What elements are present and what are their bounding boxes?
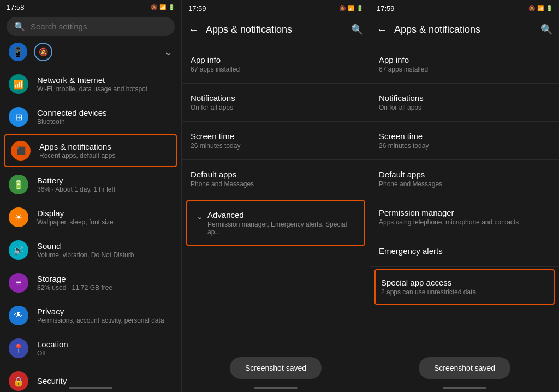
privacy-title: Privacy	[37, 307, 173, 316]
security-title: Security	[37, 376, 173, 385]
display-subtitle: Wallpaper, sleep, font size	[37, 218, 173, 226]
apps-icon: ⬛	[11, 141, 31, 161]
display-icon: ☀	[9, 207, 28, 227]
default-apps-title: Default apps	[191, 170, 361, 179]
network-title: Network & Internet	[37, 75, 173, 85]
location-subtitle: Off	[37, 349, 173, 357]
screen-time-title: Screen time	[191, 132, 361, 141]
settings-item-sound[interactable]: 🔊 Sound Volume, vibration, Do Not Distur…	[0, 234, 181, 266]
menu-notifications[interactable]: Notifications On for all apps	[182, 85, 370, 120]
advanced-title: Advanced	[207, 210, 355, 219]
settings-item-connected[interactable]: ⊞ Connected devices Bluetooth	[0, 100, 181, 133]
right-perm-sub: Apps using telephone, microphone and con…	[379, 218, 550, 226]
settings-item-storage[interactable]: ≡ Storage 82% used · 11.72 GB free	[0, 266, 181, 299]
location-title: Location	[37, 340, 173, 349]
divider-right-5	[370, 236, 559, 236]
storage-subtitle: 82% used · 11.72 GB free	[37, 284, 173, 292]
nav-indicator-right	[443, 387, 486, 389]
menu-right-emergency[interactable]: Emergency alerts	[370, 237, 559, 265]
battery-icon-mid: 🔋	[356, 5, 363, 11]
signal-icon-mid: 📶	[348, 5, 354, 11]
search-button-mid[interactable]: 🔍	[351, 23, 363, 35]
quick-icon-bell-off[interactable]: 🔕	[34, 43, 52, 61]
divider-mid-4	[182, 198, 370, 198]
privacy-subtitle: Permissions, account activity, personal …	[37, 317, 173, 324]
divider-right-3	[370, 159, 559, 160]
divider-mid-top	[182, 45, 370, 45]
menu-default-apps[interactable]: Default apps Phone and Messages	[182, 161, 370, 197]
storage-icon: ≡	[9, 273, 28, 293]
network-subtitle: Wi-Fi, mobile, data usage and hotspot	[37, 85, 173, 93]
panel-mid-title: Apps & notifications	[206, 24, 344, 35]
nav-indicator-left	[69, 387, 112, 389]
app-info-title: App info	[191, 55, 361, 64]
battery-subtitle: 36% · About 1 day, 1 hr left	[37, 186, 173, 193]
right-screen-time-sub: 26 minutes today	[379, 142, 550, 150]
menu-right-notifications[interactable]: Notifications On for all apps	[370, 85, 559, 120]
settings-item-display[interactable]: ☀ Display Wallpaper, sleep, font size	[0, 201, 181, 234]
divider-right-2	[370, 121, 559, 122]
menu-screen-time[interactable]: Screen time 26 minutes today	[182, 123, 370, 158]
status-icons-mid: 🔕 📶 🔋	[339, 5, 363, 11]
divider-mid-1	[182, 83, 370, 84]
signal-icon: 📶	[159, 4, 166, 10]
right-screen-time-title: Screen time	[379, 132, 550, 141]
right-special-title: Special app access	[381, 278, 548, 287]
back-button-mid[interactable]: ←	[188, 23, 199, 36]
menu-right-app-info[interactable]: App info 67 apps installed	[370, 46, 559, 82]
right-special-sub: 2 apps can use unrestricted data	[381, 288, 548, 296]
screenshot-saved-right[interactable]: Screenshot saved	[419, 357, 510, 379]
menu-right-screen-time[interactable]: Screen time 26 minutes today	[370, 123, 559, 158]
menu-right-default-apps[interactable]: Default apps Phone and Messages	[370, 161, 559, 197]
bell-off-icon: 🔕	[151, 4, 157, 10]
settings-item-battery[interactable]: 🔋 Battery 36% · About 1 day, 1 hr left	[0, 168, 181, 201]
signal-icon-right: 📶	[537, 5, 544, 11]
search-icon: 🔍	[14, 21, 25, 32]
location-icon: 📍	[9, 338, 28, 358]
settings-item-network[interactable]: 📶 Network & Internet Wi-Fi, mobile, data…	[0, 68, 181, 100]
sound-subtitle: Volume, vibration, Do Not Disturb	[37, 251, 173, 259]
right-emergency-title: Emergency alerts	[379, 246, 550, 256]
divider-mid-2	[182, 121, 370, 122]
divider-right-1	[370, 83, 559, 84]
advanced-sub: Permission manager, Emergency alerts, Sp…	[207, 221, 355, 236]
quick-icon-phone[interactable]: 📱	[9, 43, 27, 61]
connected-icon: ⊞	[9, 107, 28, 127]
right-notif-sub: On for all apps	[379, 104, 550, 111]
screenshot-saved-mid[interactable]: Screenshot saved	[230, 357, 322, 379]
connected-subtitle: Bluetooth	[37, 118, 173, 126]
divider-right-6	[370, 266, 559, 267]
phone-icon: 📱	[13, 47, 23, 57]
battery-title: Battery	[37, 176, 173, 185]
status-icons-right: 🔕 📶 🔋	[528, 5, 552, 11]
time-mid: 17:59	[188, 4, 206, 13]
chevron-down-icon[interactable]: ⌄	[164, 46, 173, 58]
right-default-apps-sub: Phone and Messages	[379, 180, 550, 188]
search-bar[interactable]: 🔍	[7, 17, 175, 36]
bell-off-icon-right: 🔕	[528, 5, 535, 11]
sound-icon: 🔊	[9, 240, 28, 260]
bell-off-icon-mid: 🔕	[339, 5, 346, 11]
display-title: Display	[37, 209, 173, 218]
settings-item-apps[interactable]: ⬛ Apps & notifications Recent apps, defa…	[4, 134, 177, 167]
time-right: 17:59	[377, 4, 395, 13]
back-button-right[interactable]: ←	[377, 23, 388, 36]
connected-title: Connected devices	[37, 108, 173, 117]
sound-title: Sound	[37, 241, 173, 251]
search-button-right[interactable]: 🔍	[540, 23, 552, 35]
search-input[interactable]	[31, 22, 167, 31]
menu-right-special-access[interactable]: Special app access 2 apps can use unrest…	[374, 269, 555, 305]
quick-icons-row: 📱 🔕 ⌄	[0, 40, 181, 66]
right-default-apps-title: Default apps	[379, 170, 550, 179]
menu-advanced[interactable]: ⌄ Advanced Permission manager, Emergency…	[186, 200, 365, 246]
notif-sub: On for all apps	[191, 104, 361, 111]
menu-right-permission-manager[interactable]: Permission manager Apps using telephone,…	[370, 199, 559, 235]
panel-left: 17:58 🔕 📶 🔋 🔍 📱 🔕 ⌄ 📶 Network & Internet…	[0, 0, 182, 392]
status-bar-left: 17:58 🔕 📶 🔋	[0, 0, 181, 14]
nav-indicator-mid	[254, 387, 298, 389]
right-perm-title: Permission manager	[379, 208, 550, 217]
settings-item-privacy[interactable]: 👁 Privacy Permissions, account activity,…	[0, 299, 181, 332]
menu-app-info[interactable]: App info 67 apps installed	[182, 46, 370, 82]
battery-icon-right: 🔋	[546, 5, 552, 11]
settings-item-location[interactable]: 📍 Location Off	[0, 332, 181, 365]
